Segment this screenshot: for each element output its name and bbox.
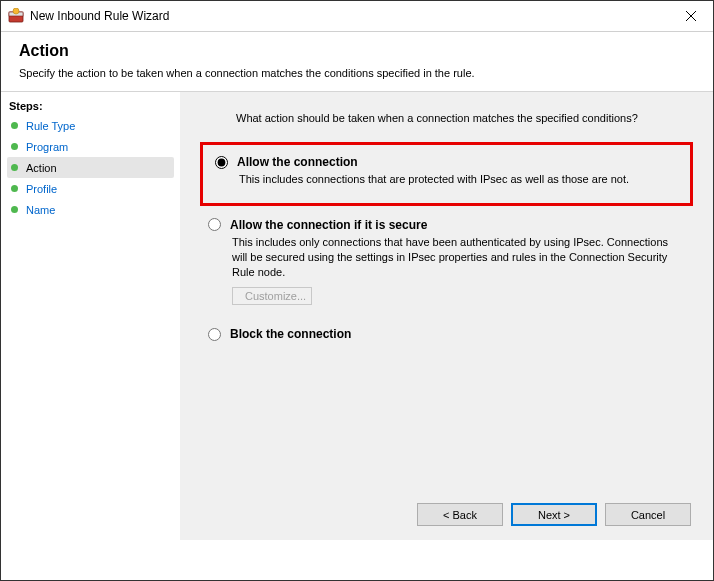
main-area: Steps: Rule Type Program Action Profile …: [1, 92, 713, 540]
step-label: Program: [26, 141, 68, 153]
step-name[interactable]: Name: [7, 199, 174, 220]
step-program[interactable]: Program: [7, 136, 174, 157]
page-title: Action: [19, 42, 695, 60]
radio-block[interactable]: [208, 328, 221, 341]
cancel-button[interactable]: Cancel: [605, 503, 691, 526]
step-dot-icon: [11, 164, 18, 171]
customize-button: Customize...: [232, 287, 312, 305]
option-allow-desc: This includes connections that are prote…: [239, 172, 674, 187]
app-icon: [8, 8, 24, 24]
step-action[interactable]: Action: [7, 157, 174, 178]
step-dot-icon: [11, 122, 18, 129]
option-block[interactable]: Block the connection: [200, 323, 693, 347]
wizard-header: Action Specify the action to be taken wh…: [1, 32, 713, 92]
button-footer: < Back Next > Cancel: [180, 491, 713, 540]
svg-point-2: [13, 8, 19, 14]
option-allow[interactable]: Allow the connection This includes conne…: [207, 151, 682, 193]
step-dot-icon: [11, 143, 18, 150]
radio-allow-secure[interactable]: [208, 218, 221, 231]
step-label: Name: [26, 204, 55, 216]
steps-title: Steps:: [7, 100, 174, 112]
radio-allow[interactable]: [215, 156, 228, 169]
step-rule-type[interactable]: Rule Type: [7, 115, 174, 136]
next-button[interactable]: Next >: [511, 503, 597, 526]
highlight-box: Allow the connection This includes conne…: [200, 142, 693, 206]
back-button[interactable]: < Back: [417, 503, 503, 526]
close-icon: [686, 11, 696, 21]
titlebar: New Inbound Rule Wizard: [1, 1, 713, 32]
page-subtitle: Specify the action to be taken when a co…: [19, 67, 695, 79]
step-dot-icon: [11, 185, 18, 192]
option-allow-secure[interactable]: Allow the connection if it is secure Thi…: [200, 214, 693, 312]
close-button[interactable]: [668, 1, 713, 31]
step-label: Rule Type: [26, 120, 75, 132]
step-label: Profile: [26, 183, 57, 195]
step-label: Action: [26, 162, 57, 174]
step-dot-icon: [11, 206, 18, 213]
content-panel: What action should be taken when a conne…: [180, 92, 713, 540]
steps-sidebar: Steps: Rule Type Program Action Profile …: [1, 92, 180, 540]
step-profile[interactable]: Profile: [7, 178, 174, 199]
content-question: What action should be taken when a conne…: [236, 112, 693, 124]
window-title: New Inbound Rule Wizard: [30, 9, 668, 23]
option-block-label: Block the connection: [230, 327, 351, 341]
option-allow-secure-label: Allow the connection if it is secure: [230, 218, 427, 232]
option-allow-secure-desc: This includes only connections that have…: [232, 235, 685, 280]
option-allow-label: Allow the connection: [237, 155, 358, 169]
